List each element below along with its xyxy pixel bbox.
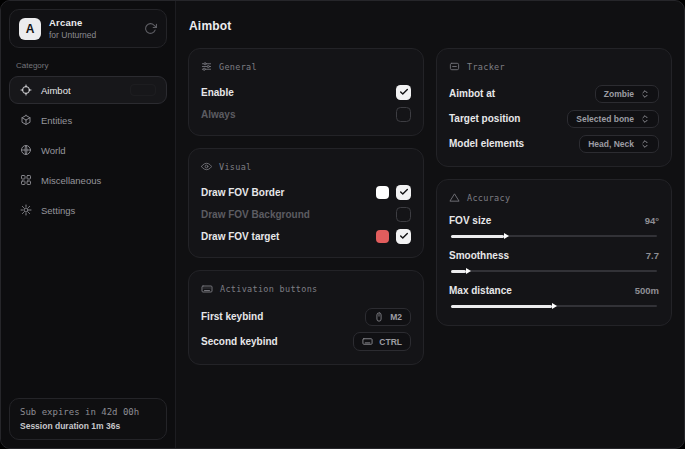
keyboard-icon bbox=[201, 283, 213, 295]
setting-label: Draw FOV Border bbox=[201, 187, 284, 198]
setting-label: Enable bbox=[201, 87, 234, 98]
chevron-up-down-icon bbox=[640, 139, 650, 149]
general-card: General Enable Always bbox=[188, 48, 424, 136]
setting-row: First keybind M2 bbox=[201, 304, 411, 329]
slider-thumb[interactable] bbox=[552, 303, 557, 309]
setting-row: Draw FOV target bbox=[201, 225, 411, 247]
setting-label: Model elements bbox=[449, 138, 524, 149]
eye-icon bbox=[201, 161, 212, 172]
setting-label: FOV size bbox=[449, 215, 491, 226]
setting-row: Aimbot at Zombie bbox=[449, 81, 659, 106]
subscription-card: Sub expires in 42d 00h Session duration … bbox=[9, 398, 167, 440]
setting-row: Second keybind CTRL bbox=[201, 329, 411, 354]
check-icon bbox=[399, 231, 409, 241]
enable-checkbox[interactable] bbox=[396, 85, 411, 100]
grid-icon bbox=[20, 174, 32, 186]
logo-text: Arcane for Unturned bbox=[49, 17, 96, 40]
smoothness-slider[interactable] bbox=[449, 266, 659, 276]
setting-label: Draw FOV Background bbox=[201, 209, 310, 220]
scan-icon bbox=[449, 61, 460, 72]
fov-background-checkbox[interactable] bbox=[396, 207, 411, 222]
slider-thumb[interactable] bbox=[504, 233, 509, 239]
app-subtitle: for Unturned bbox=[49, 30, 96, 40]
fov-target-checkbox[interactable] bbox=[396, 229, 411, 244]
setting-label: Max distance bbox=[449, 285, 512, 296]
fov-size-slider[interactable] bbox=[449, 231, 659, 241]
app-logo: A bbox=[19, 18, 41, 40]
fov-border-color-swatch[interactable] bbox=[376, 186, 389, 199]
fov-size-setting: FOV size 94° bbox=[449, 212, 659, 241]
sliders-icon bbox=[201, 61, 212, 72]
setting-label: First keybind bbox=[201, 311, 263, 322]
first-keybind-button[interactable]: M2 bbox=[365, 308, 411, 326]
accuracy-card: Accuracy FOV size 94° bbox=[436, 179, 672, 326]
category-label: Category bbox=[16, 61, 160, 70]
visual-card: Visual Draw FOV Border Draw FOV Backgrou… bbox=[188, 148, 424, 258]
check-icon bbox=[399, 87, 409, 97]
sidebar-item-label: Miscellaneous bbox=[41, 175, 101, 186]
select-value: Head, Neck bbox=[588, 139, 634, 149]
gear-icon bbox=[20, 204, 32, 216]
sidebar-item-label: Entities bbox=[41, 115, 72, 126]
target-position-select[interactable]: Selected bone bbox=[567, 110, 659, 128]
fov-border-checkbox[interactable] bbox=[396, 185, 411, 200]
section-title: Tracker bbox=[467, 62, 505, 72]
logo-card: A Arcane for Unturned bbox=[9, 9, 167, 48]
setting-row: Enable bbox=[201, 81, 411, 103]
setting-label: Smoothness bbox=[449, 250, 509, 261]
fov-size-value: 94° bbox=[645, 215, 659, 226]
always-checkbox[interactable] bbox=[396, 107, 411, 122]
chevron-up-down-icon bbox=[640, 114, 650, 124]
max-distance-slider[interactable] bbox=[449, 301, 659, 311]
tracker-card: Tracker Aimbot at Zombie Target position bbox=[436, 48, 672, 167]
mouse-icon bbox=[374, 312, 384, 322]
chevron-up-down-icon bbox=[640, 89, 650, 99]
sub-expires-text: Sub expires in 42d 00h bbox=[20, 407, 156, 417]
setting-row: Always bbox=[201, 103, 411, 125]
select-value: Selected bone bbox=[576, 114, 634, 124]
section-title: General bbox=[219, 62, 257, 72]
setting-row: Target position Selected bone bbox=[449, 106, 659, 131]
slider-fill bbox=[451, 235, 504, 238]
keyboard-icon bbox=[362, 336, 373, 347]
sidebar: A Arcane for Unturned Category Aimbot bbox=[1, 1, 176, 448]
second-keybind-button[interactable]: CTRL bbox=[353, 332, 411, 351]
sidebar-item-label: Settings bbox=[41, 205, 75, 216]
activation-card: Activation buttons First keybind M2 Seco… bbox=[188, 270, 424, 365]
max-distance-value: 500m bbox=[635, 285, 659, 296]
sidebar-item-entities[interactable]: Entities bbox=[9, 106, 167, 134]
slider-fill bbox=[451, 305, 552, 308]
slider-fill bbox=[451, 270, 466, 273]
setting-label: Target position bbox=[449, 113, 520, 124]
triangle-icon bbox=[449, 192, 460, 203]
sidebar-item-world[interactable]: World bbox=[9, 136, 167, 164]
section-title: Visual bbox=[219, 162, 252, 172]
cube-icon bbox=[20, 114, 32, 126]
nav-item-badge bbox=[130, 84, 156, 96]
aimbot-at-select[interactable]: Zombie bbox=[595, 85, 659, 103]
select-value: Zombie bbox=[604, 89, 634, 99]
sidebar-item-aimbot[interactable]: Aimbot bbox=[9, 76, 167, 104]
page-title: Aimbot bbox=[189, 19, 672, 33]
main-content: Aimbot General Enable bbox=[176, 1, 684, 448]
app-window: A Arcane for Unturned Category Aimbot bbox=[0, 0, 685, 449]
setting-label: Second keybind bbox=[201, 336, 278, 347]
fov-target-color-swatch[interactable] bbox=[376, 230, 389, 243]
smoothness-value: 7.7 bbox=[646, 250, 659, 261]
sidebar-item-miscellaneous[interactable]: Miscellaneous bbox=[9, 166, 167, 194]
setting-label: Always bbox=[201, 109, 235, 120]
setting-row: Draw FOV Border bbox=[201, 181, 411, 203]
setting-label: Aimbot at bbox=[449, 88, 495, 99]
refresh-icon[interactable] bbox=[144, 22, 157, 35]
crosshair-icon bbox=[20, 84, 32, 96]
keybind-value: CTRL bbox=[379, 337, 402, 347]
model-elements-select[interactable]: Head, Neck bbox=[579, 135, 659, 153]
keybind-value: M2 bbox=[390, 312, 402, 322]
setting-label: Draw FOV target bbox=[201, 231, 279, 242]
max-distance-setting: Max distance 500m bbox=[449, 282, 659, 311]
slider-thumb[interactable] bbox=[466, 268, 471, 274]
setting-row: Draw FOV Background bbox=[201, 203, 411, 225]
sidebar-item-settings[interactable]: Settings bbox=[9, 196, 167, 224]
sidebar-nav: Aimbot Entities World Miscellaneous bbox=[9, 76, 167, 224]
session-duration-text: Session duration 1m 36s bbox=[20, 421, 156, 431]
